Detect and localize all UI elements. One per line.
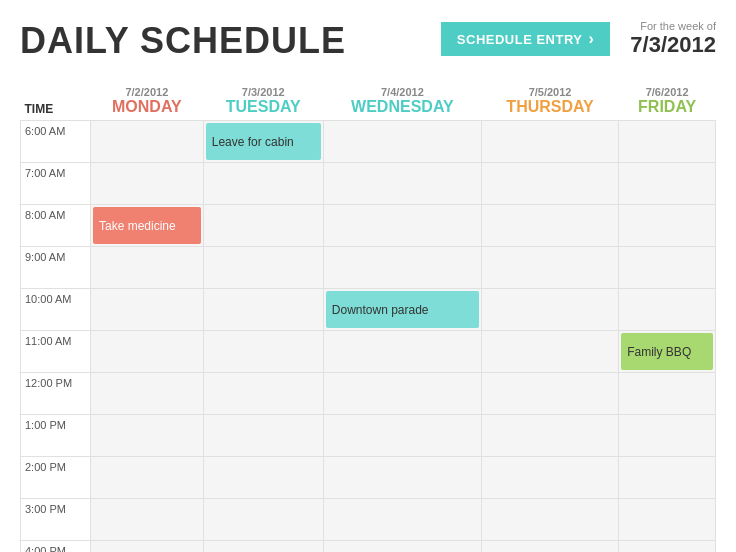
time-label: 10:00 AM xyxy=(21,289,91,331)
week-label: For the week of xyxy=(630,20,716,32)
calendar-cell[interactable] xyxy=(203,415,323,457)
calendar-cell[interactable] xyxy=(619,457,716,499)
time-label: 8:00 AM xyxy=(21,205,91,247)
chevron-icon: › xyxy=(589,30,595,48)
calendar-cell[interactable] xyxy=(481,457,618,499)
time-row: 4:00 PM xyxy=(21,541,716,553)
calendar-cell[interactable] xyxy=(203,205,323,247)
thursday-label: THURSDAY xyxy=(487,98,612,116)
calendar-event[interactable]: Leave for cabin xyxy=(206,123,321,160)
calendar-cell[interactable] xyxy=(91,499,204,541)
time-label: 12:00 PM xyxy=(21,373,91,415)
page-header: DAILY SCHEDULE SCHEDULE ENTRY › For the … xyxy=(20,20,716,62)
time-row: 12:00 PM xyxy=(21,373,716,415)
time-row: 9:00 AM xyxy=(21,247,716,289)
calendar-cell[interactable] xyxy=(91,163,204,205)
time-row: 6:00 AMLeave for cabin xyxy=(21,121,716,163)
calendar-cell[interactable] xyxy=(203,247,323,289)
time-column-header: TIME xyxy=(21,82,91,121)
time-label: 1:00 PM xyxy=(21,415,91,457)
time-label: 7:00 AM xyxy=(21,163,91,205)
calendar-cell[interactable] xyxy=(323,373,481,415)
wednesday-header: 7/4/2012 WEDNESDAY xyxy=(323,82,481,121)
calendar-cell[interactable] xyxy=(619,247,716,289)
schedule-entry-label: SCHEDULE ENTRY xyxy=(457,32,583,47)
calendar-cell[interactable] xyxy=(619,415,716,457)
calendar-event[interactable]: Take medicine xyxy=(93,207,201,244)
calendar-cell[interactable] xyxy=(481,205,618,247)
calendar-cell[interactable] xyxy=(323,331,481,373)
calendar-cell[interactable]: Family BBQ xyxy=(619,331,716,373)
calendar-header-row: TIME 7/2/2012 MONDAY 7/3/2012 TUESDAY 7/… xyxy=(21,82,716,121)
calendar-cell[interactable] xyxy=(619,373,716,415)
calendar-cell[interactable] xyxy=(619,205,716,247)
calendar-cell[interactable] xyxy=(323,205,481,247)
friday-date: 7/6/2012 xyxy=(625,86,710,98)
time-label: 2:00 PM xyxy=(21,457,91,499)
tuesday-date: 7/3/2012 xyxy=(209,86,317,98)
calendar-cell[interactable] xyxy=(91,541,204,553)
calendar-cell[interactable] xyxy=(203,499,323,541)
calendar-cell[interactable] xyxy=(481,541,618,553)
calendar-cell[interactable] xyxy=(481,247,618,289)
calendar-cell[interactable] xyxy=(481,331,618,373)
calendar-cell[interactable] xyxy=(481,415,618,457)
time-row: 2:00 PM xyxy=(21,457,716,499)
calendar-cell[interactable] xyxy=(91,247,204,289)
calendar-cell[interactable] xyxy=(323,499,481,541)
calendar-cell[interactable] xyxy=(203,331,323,373)
calendar-cell[interactable] xyxy=(619,499,716,541)
calendar-cell[interactable]: Downtown parade xyxy=(323,289,481,331)
calendar-cell[interactable] xyxy=(91,331,204,373)
wednesday-date: 7/4/2012 xyxy=(329,86,475,98)
calendar-cell[interactable] xyxy=(619,541,716,553)
calendar-cell[interactable] xyxy=(323,121,481,163)
calendar-cell[interactable] xyxy=(481,163,618,205)
calendar-cell[interactable] xyxy=(91,457,204,499)
calendar-cell[interactable] xyxy=(323,163,481,205)
calendar-cell[interactable] xyxy=(203,541,323,553)
calendar-cell[interactable]: Take medicine xyxy=(91,205,204,247)
calendar-cell[interactable] xyxy=(91,415,204,457)
calendar-cell[interactable] xyxy=(323,457,481,499)
calendar-cell[interactable] xyxy=(323,415,481,457)
friday-header: 7/6/2012 FRIDAY xyxy=(619,82,716,121)
time-label: 11:00 AM xyxy=(21,331,91,373)
calendar-event[interactable]: Downtown parade xyxy=(326,291,479,328)
time-row: 3:00 PM xyxy=(21,499,716,541)
time-label: 3:00 PM xyxy=(21,499,91,541)
calendar-cell[interactable] xyxy=(203,373,323,415)
calendar-event[interactable]: Family BBQ xyxy=(621,333,713,370)
week-date: 7/3/2012 xyxy=(630,32,716,58)
calendar-cell[interactable]: Leave for cabin xyxy=(203,121,323,163)
calendar-cell[interactable] xyxy=(91,121,204,163)
calendar-cell[interactable] xyxy=(323,541,481,553)
calendar-cell[interactable] xyxy=(619,121,716,163)
calendar-cell[interactable] xyxy=(91,289,204,331)
friday-label: FRIDAY xyxy=(625,98,710,116)
page-title: DAILY SCHEDULE xyxy=(20,20,346,62)
time-row: 8:00 AMTake medicine xyxy=(21,205,716,247)
calendar-cell[interactable] xyxy=(481,499,618,541)
time-row: 7:00 AM xyxy=(21,163,716,205)
header-actions: SCHEDULE ENTRY › For the week of 7/3/201… xyxy=(441,20,716,58)
calendar-cell[interactable] xyxy=(203,163,323,205)
calendar-cell[interactable] xyxy=(91,373,204,415)
monday-header: 7/2/2012 MONDAY xyxy=(91,82,204,121)
calendar-cell[interactable] xyxy=(619,289,716,331)
schedule-entry-button[interactable]: SCHEDULE ENTRY › xyxy=(441,22,611,56)
calendar-cell[interactable] xyxy=(203,289,323,331)
calendar-cell[interactable] xyxy=(323,247,481,289)
calendar-cell[interactable] xyxy=(481,373,618,415)
calendar-cell[interactable] xyxy=(203,457,323,499)
monday-date: 7/2/2012 xyxy=(97,86,198,98)
tuesday-label: TUESDAY xyxy=(209,98,317,116)
time-row: 11:00 AMFamily BBQ xyxy=(21,331,716,373)
calendar-cell[interactable] xyxy=(619,163,716,205)
time-row: 1:00 PM xyxy=(21,415,716,457)
monday-label: MONDAY xyxy=(97,98,198,116)
time-label: 6:00 AM xyxy=(21,121,91,163)
thursday-header: 7/5/2012 THURSDAY xyxy=(481,82,618,121)
calendar-cell[interactable] xyxy=(481,121,618,163)
calendar-cell[interactable] xyxy=(481,289,618,331)
